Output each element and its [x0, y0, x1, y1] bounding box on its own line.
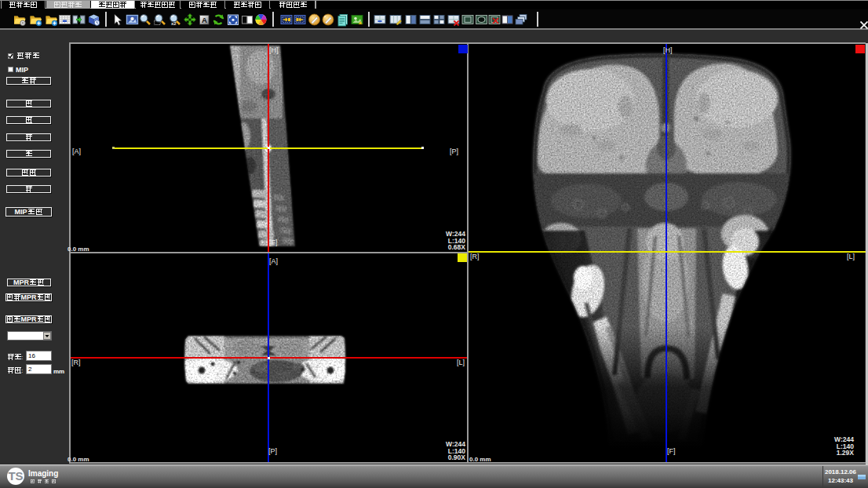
- svg-text:A: A: [202, 16, 207, 24]
- svg-text:x2: x2: [171, 21, 177, 26]
